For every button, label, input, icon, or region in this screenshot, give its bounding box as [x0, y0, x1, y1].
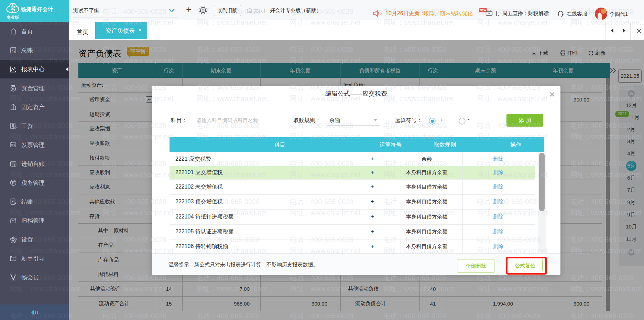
svg-text:¥: ¥ — [12, 87, 14, 90]
svg-text:¥: ¥ — [12, 199, 13, 203]
svg-text:¥: ¥ — [13, 143, 15, 147]
svg-text:¥: ¥ — [13, 50, 15, 53]
svg-text:¥: ¥ — [12, 181, 14, 185]
